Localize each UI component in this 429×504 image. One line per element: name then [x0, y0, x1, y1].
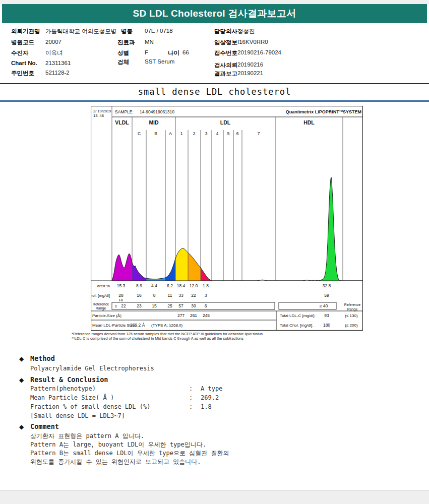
area-mid-a: 6.2	[167, 283, 173, 288]
sex-label: 성별	[117, 49, 129, 57]
particle-ldl3: 245	[203, 313, 210, 318]
mid-sub-b: B	[154, 131, 157, 136]
chol-row-label: chol. [mg/dl]	[91, 293, 110, 298]
lipoprint-svg: 2/ 19/2019 13: 48 SAMPLE: 14-90491906131…	[91, 106, 363, 331]
bottom-gray-strip	[0, 490, 429, 504]
chol-vldl: 28	[118, 293, 124, 298]
ldl-sub-5: 5	[227, 131, 230, 136]
section-title: small dense LDL cholesterol	[0, 87, 429, 97]
divider-line	[0, 83, 429, 84]
request-date-value: 20190216	[237, 61, 263, 68]
particle-row-label: Particle-Size (Å)	[92, 313, 121, 318]
chol-mid-c: 16	[137, 293, 142, 298]
patient-name-value: 이옥녀	[45, 49, 63, 57]
report-date-value: 20190221	[237, 70, 263, 76]
method-heading: Method	[30, 354, 55, 362]
footnote-2: **LDL-C is comprised of the sum of chole…	[72, 336, 374, 341]
comment-heading: Comment	[30, 422, 59, 430]
lane-ldl-label: LDL	[220, 119, 231, 125]
chol-ldl3: 3	[205, 293, 207, 298]
ref-ldl3: 6	[205, 303, 207, 308]
ref-vldl: 22	[121, 303, 126, 308]
mean-size-note: (TYPE A; ≥268.0)	[151, 323, 183, 328]
sample-label: SAMPLE:	[115, 109, 134, 114]
ldl3-band	[201, 268, 212, 281]
ldl-sub-7: 7	[258, 131, 260, 136]
chol-ldl2: 22	[191, 293, 196, 298]
total-chol-value: 180	[323, 323, 330, 328]
chol-hdl: 59	[324, 293, 329, 298]
chol-ldl1: 33	[178, 293, 183, 298]
result-item-colon: :	[189, 403, 193, 410]
ldl1-band	[175, 248, 188, 281]
dept-value: MN	[145, 39, 154, 45]
area-row-label: area.%	[97, 284, 110, 288]
clinical-value: I16KV0RR0	[237, 39, 268, 45]
run-time: 13: 48	[93, 113, 104, 118]
ward-label: 병동	[121, 28, 133, 35]
result-item-colon: :	[189, 385, 193, 392]
area-mid-b: 4.4	[151, 283, 157, 288]
ref-range-left-1: Reference	[93, 302, 109, 306]
mean-size-value: 269.2 Å	[130, 323, 145, 328]
receipt-value: 20190216-79024	[237, 49, 281, 55]
receipt-label: 접수번호	[214, 49, 237, 57]
hi-flag: HI	[119, 298, 123, 302]
result-heading: Result & Conclusion	[30, 375, 108, 384]
report-title: SD LDL Cholesterol 검사결과보고서	[133, 7, 296, 20]
hosp-code-label: 병원코드	[11, 39, 34, 46]
total-ldl-label: Total LDL-C [mg/dl]:	[280, 313, 316, 318]
chart-no-label: Chart No.	[11, 60, 37, 66]
mid-sub-c: C	[138, 131, 141, 136]
area-ldl3: 1.8	[203, 283, 209, 288]
chol-mid-b: 8	[153, 293, 156, 298]
area-vldl: 15.3	[117, 283, 126, 288]
run-date: 2/ 19/2019	[93, 109, 111, 113]
ref-mid-a: 25	[167, 303, 172, 308]
total-ldl-ref: (≤ 130)	[345, 313, 358, 318]
mid-c-band	[132, 263, 146, 281]
total-chol-ref: (≤ 200)	[345, 323, 358, 328]
specimen-label: 검체	[117, 58, 129, 66]
comment-bullet: ◆	[19, 423, 24, 430]
total-chol-label: Total Chol. [mg/dl]:	[280, 323, 313, 328]
particle-ldl1: 277	[177, 313, 185, 318]
ldl-sub-1: 1	[180, 131, 183, 136]
lipoprint-chart: 2/ 19/2019 13: 48 SAMPLE: 14-90491906131…	[91, 106, 363, 331]
ref-lte-sign: ≤	[115, 304, 117, 308]
top-gray-strip	[0, 0, 429, 4]
result-bullet: ◆	[19, 376, 24, 384]
doctor-label: 담당의사	[214, 28, 237, 35]
chart-no-value: 21311361	[45, 60, 71, 66]
total-ldl-value: 93	[324, 313, 329, 318]
ldl-sub-6: 6	[236, 131, 239, 136]
result-item-label: Pattern(phenotype)	[30, 385, 96, 392]
resident-no-value: 521128-2	[45, 70, 70, 76]
result-item-value: A type	[201, 385, 222, 392]
chart-border	[91, 106, 363, 331]
request-date-label: 검사의뢰	[214, 61, 237, 69]
sample-id: 14-904919061310	[140, 109, 174, 114]
chart-footnotes: *Reference ranges derived from 125 serum…	[72, 332, 374, 341]
result-note: [Small dense LDL = LDL3~7]	[30, 412, 125, 419]
ldl-sub-4: 4	[216, 131, 219, 136]
ldl-sub-3: 3	[205, 131, 208, 136]
comment-line: 위험도를 증가시킬 수 있는 위험인자로 보고되고 있습니다.	[30, 458, 201, 466]
profile-outline	[112, 177, 363, 281]
report-date-label: 결과보고	[214, 70, 237, 78]
brand-name: Quantimetrix LIPOPRINT	[286, 109, 340, 114]
area-ldl1: 18.4	[177, 283, 186, 288]
lab-report-page: SD LDL Cholesterol 검사결과보고서 의뢰기관명 가톨릭대학교 …	[0, 0, 429, 504]
area-ldl2: 12.0	[190, 283, 198, 288]
brand-suffix: SYSTEM	[343, 109, 361, 114]
ref-ldl1: 57	[178, 303, 183, 308]
ldl-sub-2: 2	[193, 131, 196, 136]
org-value: 가톨릭대학교 여의도성모병	[45, 28, 116, 35]
lane-mid-label: MID	[149, 119, 159, 125]
result-item-value: 269.2	[201, 394, 219, 401]
method-bullet: ◆	[19, 355, 24, 362]
lane-vldl-label: VLDL	[115, 119, 129, 125]
particle-ldl2: 261	[190, 313, 197, 318]
result-item-colon: :	[189, 394, 193, 401]
resident-no-label: 주민번호	[11, 70, 34, 77]
